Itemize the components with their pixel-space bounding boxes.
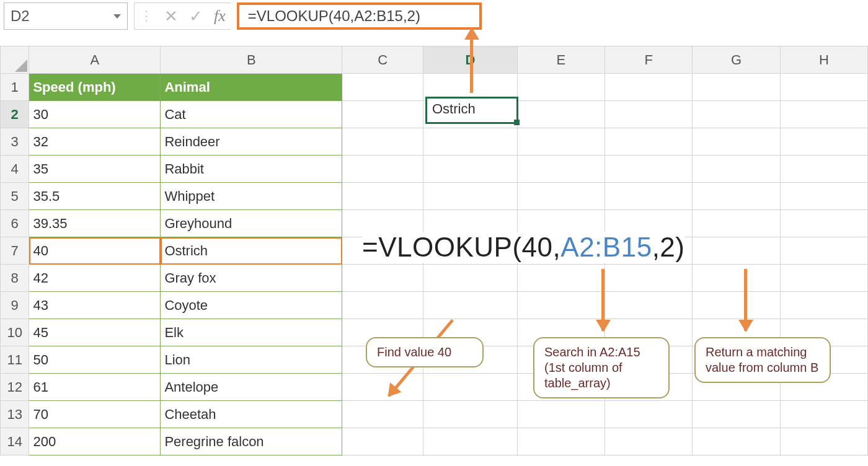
cell-F3[interactable] xyxy=(605,128,693,156)
cell-B8[interactable]: Gray fox xyxy=(161,265,342,292)
col-header-E[interactable]: E xyxy=(517,46,604,74)
cell-A14[interactable]: 200 xyxy=(29,428,161,455)
cell-C8[interactable] xyxy=(342,265,423,292)
cell-D14[interactable] xyxy=(423,428,517,455)
cell-A12[interactable]: 61 xyxy=(29,374,161,401)
cell-A3[interactable]: 32 xyxy=(29,128,161,156)
cell-E14[interactable] xyxy=(517,428,604,455)
col-header-C[interactable]: C xyxy=(342,46,423,74)
cell-A13[interactable]: 70 xyxy=(29,401,161,428)
cell-H13[interactable] xyxy=(780,401,867,428)
cell-C5[interactable] xyxy=(342,183,423,210)
row-header-7[interactable]: 7 xyxy=(1,237,29,265)
cell-B5[interactable]: Whippet xyxy=(161,183,342,210)
cell-A1[interactable]: Speed (mph) xyxy=(29,74,161,101)
cell-B3[interactable]: Reindeer xyxy=(161,128,342,156)
cell-A11[interactable]: 50 xyxy=(29,346,161,374)
col-header-H[interactable]: H xyxy=(780,46,867,74)
cell-A10[interactable]: 45 xyxy=(29,319,161,346)
fx-icon[interactable]: fx xyxy=(214,7,226,25)
row-header-4[interactable]: 4 xyxy=(1,156,29,183)
cell-E4[interactable] xyxy=(517,156,604,183)
cell-G14[interactable] xyxy=(693,428,780,455)
cell-D12[interactable] xyxy=(423,374,517,401)
cell-F2[interactable] xyxy=(605,101,693,128)
cell-H14[interactable] xyxy=(780,428,867,455)
col-header-A[interactable]: A xyxy=(29,46,161,74)
cell-B10[interactable]: Elk xyxy=(161,319,342,346)
cell-G3[interactable] xyxy=(693,128,780,156)
cell-E2[interactable] xyxy=(517,101,604,128)
cell-C14[interactable] xyxy=(342,428,423,455)
cell-C3[interactable] xyxy=(342,128,423,156)
cell-G9[interactable] xyxy=(693,292,780,319)
cell-B11[interactable]: Lion xyxy=(161,346,342,374)
cell-D5[interactable] xyxy=(423,183,517,210)
cell-E5[interactable] xyxy=(517,183,604,210)
cell-E8[interactable] xyxy=(517,265,604,292)
row-header-14[interactable]: 14 xyxy=(1,428,29,455)
cell-A6[interactable]: 39.35 xyxy=(29,210,161,237)
row-header-10[interactable]: 10 xyxy=(1,319,29,346)
cell-F9[interactable] xyxy=(605,292,693,319)
cell-G4[interactable] xyxy=(693,156,780,183)
cell-G13[interactable] xyxy=(693,401,780,428)
cell-C2[interactable] xyxy=(342,101,423,128)
cell-F5[interactable] xyxy=(605,183,693,210)
row-header-12[interactable]: 12 xyxy=(1,374,29,401)
cell-E9[interactable] xyxy=(517,292,604,319)
enter-icon[interactable]: ✓ xyxy=(189,7,203,26)
cancel-icon[interactable]: ✕ xyxy=(164,7,178,26)
chevron-down-icon[interactable] xyxy=(113,14,121,19)
cell-H6[interactable] xyxy=(780,210,867,237)
col-header-B[interactable]: B xyxy=(161,46,342,74)
cell-D9[interactable] xyxy=(423,292,517,319)
row-header-13[interactable]: 13 xyxy=(1,401,29,428)
cell-D8[interactable] xyxy=(423,265,517,292)
cell-G7[interactable] xyxy=(693,237,780,265)
cell-F1[interactable] xyxy=(605,74,693,101)
cell-G2[interactable] xyxy=(693,101,780,128)
cell-A5[interactable]: 35.5 xyxy=(29,183,161,210)
row-header-8[interactable]: 8 xyxy=(1,265,29,292)
cell-B9[interactable]: Coyote xyxy=(161,292,342,319)
select-all-corner[interactable] xyxy=(1,46,29,74)
cell-B6[interactable]: Greyhound xyxy=(161,210,342,237)
cell-B7[interactable]: Ostrich xyxy=(161,237,342,265)
formula-input[interactable]: =VLOOKUP(40,A2:B15,2) xyxy=(237,2,482,30)
cell-A7[interactable]: 40 xyxy=(29,237,161,265)
cell-A4[interactable]: 35 xyxy=(29,156,161,183)
cell-H4[interactable] xyxy=(780,156,867,183)
cell-H7[interactable] xyxy=(780,237,867,265)
cell-D4[interactable] xyxy=(423,156,517,183)
cell-B2[interactable]: Cat xyxy=(161,101,342,128)
name-box[interactable]: D2 xyxy=(4,2,128,30)
cell-F4[interactable] xyxy=(605,156,693,183)
row-header-2[interactable]: 2 xyxy=(1,101,29,128)
row-header-6[interactable]: 6 xyxy=(1,210,29,237)
cell-E1[interactable] xyxy=(517,74,604,101)
col-header-G[interactable]: G xyxy=(693,46,780,74)
cell-C12[interactable] xyxy=(342,374,423,401)
cell-H5[interactable] xyxy=(780,183,867,210)
cell-B13[interactable]: Cheetah xyxy=(161,401,342,428)
cell-H2[interactable] xyxy=(780,101,867,128)
cell-G8[interactable] xyxy=(693,265,780,292)
cell-F8[interactable] xyxy=(605,265,693,292)
cell-E3[interactable] xyxy=(517,128,604,156)
cell-G1[interactable] xyxy=(693,74,780,101)
cell-B14[interactable]: Peregrine falcon xyxy=(161,428,342,455)
cell-C9[interactable] xyxy=(342,292,423,319)
cell-A9[interactable]: 43 xyxy=(29,292,161,319)
cell-F14[interactable] xyxy=(605,428,693,455)
cell-B1[interactable]: Animal xyxy=(161,74,342,101)
cell-H8[interactable] xyxy=(780,265,867,292)
col-header-F[interactable]: F xyxy=(605,46,693,74)
cell-D13[interactable] xyxy=(423,401,517,428)
cell-H9[interactable] xyxy=(780,292,867,319)
cell-B4[interactable]: Rabbit xyxy=(161,156,342,183)
cell-B12[interactable]: Antelope xyxy=(161,374,342,401)
row-header-1[interactable]: 1 xyxy=(1,74,29,101)
cell-H3[interactable] xyxy=(780,128,867,156)
row-header-3[interactable]: 3 xyxy=(1,128,29,156)
